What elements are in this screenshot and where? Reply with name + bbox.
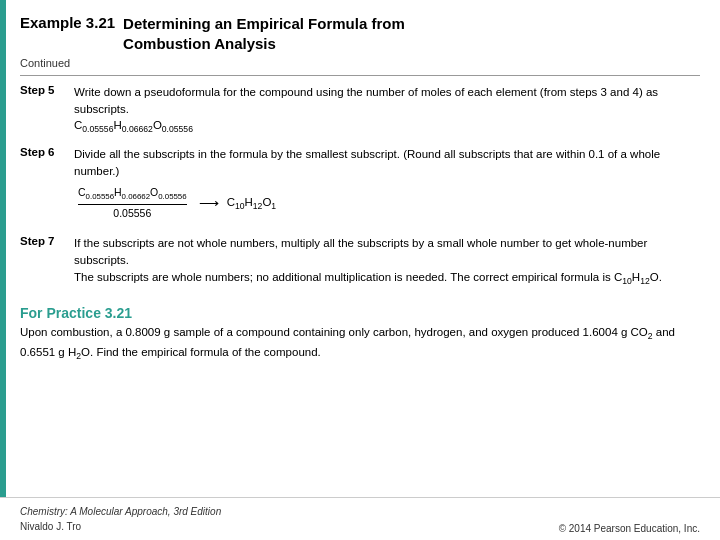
step-6-row: Step 6 Divide all the subscripts in the … [20,146,700,225]
step-7-content: If the subscripts are not whole numbers,… [74,235,700,287]
footer: Chemistry: A Molecular Approach, 3rd Edi… [0,497,720,540]
author: Nivaldo J. Tro [20,519,221,534]
main-content: Example 3.21 Determining an Empirical Fo… [0,0,720,497]
result-formula: C10H12O1 [227,194,277,213]
page-container: Example 3.21 Determining an Empirical Fo… [0,0,720,540]
step-5-content: Write down a pseudoformula for the compo… [74,84,700,136]
arrow-icon: ⟶ [199,193,219,213]
step-5-label: Step 5 [20,84,74,96]
step-7-label: Step 7 [20,235,74,247]
example-label: Example 3.21 [20,14,115,31]
step-7-row: Step 7 If the subscripts are not whole n… [20,235,700,287]
continued-label: Continued [20,57,700,69]
step7-final-formula: C10H12O. [614,271,662,283]
for-practice-title: For Practice 3.21 [20,305,700,321]
copyright: © 2014 Pearson Education, Inc. [559,523,700,534]
footer-left: Chemistry: A Molecular Approach, 3rd Edi… [20,504,221,534]
step-5-row: Step 5 Write down a pseudoformula for th… [20,84,700,136]
header-title: Determining an Empirical Formula from Co… [123,14,405,53]
for-practice-text: Upon combustion, a 0.8009 g sample of a … [20,324,700,362]
header: Example 3.21 Determining an Empirical Fo… [20,14,700,53]
fraction-equation: C0.05556H0.06662O0.05556 0.05556 ⟶ C10H1… [74,185,700,221]
for-practice-section: For Practice 3.21 Upon combustion, a 0.8… [20,305,700,362]
step-6-label: Step 6 [20,146,74,158]
step5-formula: C0.05556H0.06662O0.05556 [74,119,193,131]
frac-c: C0.05556H0.06662O0.05556 0.05556 [78,185,187,221]
content-area: Example 3.21 Determining an Empirical Fo… [6,0,720,497]
divider [20,75,700,76]
step-6-content: Divide all the subscripts in the formula… [74,146,700,225]
book-title: Chemistry: A Molecular Approach, 3rd Edi… [20,504,221,519]
